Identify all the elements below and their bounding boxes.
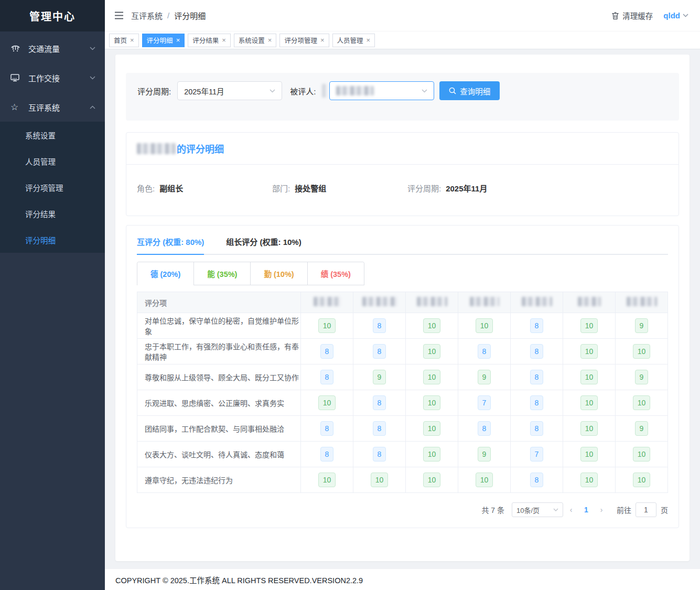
content-area: 评分周期: 2025年11月 被评人: (105, 49, 700, 569)
redacted-person-name (137, 143, 176, 154)
star-icon: ☆ (10, 103, 24, 112)
sidebar-item-互评系统[interactable]: ☆互评系统 (0, 92, 105, 122)
subtab-绩 (35%)[interactable]: 绩 (35%) (307, 262, 364, 285)
score-cell: 10 (406, 364, 458, 390)
sidebar-subitem-评分结果[interactable]: 评分结果 (0, 200, 105, 227)
sidebar-subitem-系统设置[interactable]: 系统设置 (0, 122, 105, 148)
score-badge: 10 (318, 318, 336, 334)
tab-mutual-score[interactable]: 互评分 (权重: 80%) (137, 236, 204, 255)
sidebar-menu: 交通流量工作交接☆互评系统系统设置人员管理评分项管理评分结果评分明细 (0, 31, 105, 590)
chevron-up-icon (90, 105, 95, 109)
tag-系统设置[interactable]: 系统设置× (234, 34, 277, 47)
table-header-row: 评分项 (137, 292, 668, 313)
tag-label: 评分明细 (147, 35, 173, 45)
user-dropdown[interactable]: qldd (663, 11, 688, 20)
search-detail-button[interactable]: 查询明细 (439, 81, 500, 100)
current-page[interactable]: 1 (579, 506, 594, 514)
score-cell: 10 (563, 416, 616, 442)
sidebar-item-工作交接[interactable]: 工作交接 (0, 63, 105, 92)
score-badge: 8 (530, 473, 544, 488)
close-icon[interactable]: × (320, 37, 325, 44)
rater-column-header (301, 292, 353, 313)
score-badge: 10 (423, 395, 441, 411)
score-badge: 10 (423, 318, 441, 334)
score-badge: 10 (633, 473, 651, 488)
hamburger-icon[interactable] (114, 12, 124, 19)
chevron-down-icon (270, 89, 275, 93)
next-page-button[interactable]: › (594, 506, 609, 514)
rater-column-header (616, 292, 668, 313)
score-cell: 10 (563, 364, 616, 390)
score-item-label: 团结同事，工作配合默契、与同事相处融洽 (137, 416, 301, 442)
score-cell: 8 (353, 390, 406, 416)
sidebar-submenu: 系统设置人员管理评分项管理评分结果评分明细 (0, 122, 105, 253)
score-badge: 10 (476, 473, 493, 488)
score-item-label: 遵章守纪，无违法违纪行为 (137, 467, 301, 493)
prev-page-button[interactable]: ‹ (563, 506, 579, 514)
tag-label: 首页 (114, 35, 127, 45)
tag-人员管理[interactable]: 人员管理× (332, 34, 375, 47)
tag-评分明细[interactable]: 评分明细× (142, 34, 185, 47)
close-icon[interactable]: × (268, 37, 272, 44)
score-cell: 10 (563, 467, 616, 493)
rater-column-header (406, 292, 458, 313)
close-icon[interactable]: × (222, 37, 226, 44)
category-tabs: 德 (20%)能 (35%)勤 (10%)绩 (35%) (137, 262, 364, 285)
score-badge: 8 (320, 447, 334, 462)
sidebar-item-交通流量[interactable]: 交通流量 (0, 34, 105, 63)
period-info: 评分周期:2025年11月 (407, 183, 543, 194)
pagination-total: 共 7 条 (481, 505, 504, 515)
page-size-select[interactable]: 10条/页 (512, 502, 563, 517)
score-cell: 10 (301, 467, 353, 493)
score-badge: 7 (478, 395, 491, 411)
score-cell: 10 (616, 442, 668, 467)
score-cell: 10 (616, 467, 668, 493)
score-item-column-header: 评分项 (137, 292, 301, 313)
page-size-value: 10条/页 (516, 505, 540, 515)
app-root: 管理中心 交通流量工作交接☆互评系统系统设置人员管理评分项管理评分结果评分明细 … (0, 0, 700, 590)
navbar: 互评系统 / 评分明细 清理缓存 qldd (105, 0, 700, 31)
score-cell: 8 (353, 313, 406, 339)
person-select[interactable] (329, 81, 434, 100)
score-badge: 8 (530, 370, 544, 385)
close-icon[interactable]: × (176, 37, 180, 44)
score-badge: 8 (530, 344, 544, 359)
score-cell: 10 (406, 339, 458, 364)
score-badge: 8 (320, 344, 334, 359)
close-icon[interactable]: × (130, 37, 134, 44)
goto-page-input[interactable] (636, 502, 656, 517)
breadcrumb-current: 评分明细 (174, 10, 206, 21)
score-badge: 8 (530, 421, 544, 436)
score-cell: 8 (511, 467, 563, 493)
score-cell: 10 (616, 339, 668, 364)
clear-cache-button[interactable]: 清理缓存 (611, 10, 653, 21)
redacted-rater-name (627, 297, 657, 306)
sidebar-subitem-评分项管理[interactable]: 评分项管理 (0, 174, 105, 200)
score-cell: 8 (511, 390, 563, 416)
close-icon[interactable]: × (367, 37, 371, 44)
score-badge: 8 (530, 318, 544, 334)
score-badge: 10 (423, 421, 441, 436)
tag-首页[interactable]: 首页× (109, 34, 139, 47)
subtab-能 (35%)[interactable]: 能 (35%) (193, 262, 250, 285)
subtab-勤 (10%)[interactable]: 勤 (10%) (250, 262, 307, 285)
chevron-down-icon (422, 89, 427, 93)
redacted-rater-name (362, 297, 397, 306)
score-item-label: 对单位忠诚，保守单位的秘密，自觉维护单位形象 (137, 313, 301, 339)
sidebar-subitem-人员管理[interactable]: 人员管理 (0, 148, 105, 174)
sidebar-subitem-评分明细[interactable]: 评分明细 (0, 227, 105, 253)
tag-评分项管理[interactable]: 评分项管理× (279, 34, 329, 47)
table-row: 乐观进取、思虑缜密、公正廉明、求真务实10810781010 (137, 390, 668, 416)
score-badge: 9 (373, 370, 386, 385)
score-badge: 10 (476, 318, 493, 334)
subtab-德 (20%)[interactable]: 德 (20%) (137, 262, 193, 285)
copyright-text: COPYRIGHT © 2025.工作系统 ALL RIGHTS RESERVE… (115, 574, 363, 585)
tab-leader-score[interactable]: 组长评分 (权重: 10%) (226, 236, 301, 255)
score-item-label: 仪表大方、谈吐文明、待人真诚、态度和蔼 (137, 442, 301, 467)
table-row: 对单位忠诚，保守单位的秘密，自觉维护单位形象10810108109 (137, 313, 668, 339)
breadcrumb-item[interactable]: 互评系统 (131, 10, 163, 21)
period-select[interactable]: 2025年11月 (177, 81, 282, 100)
tag-评分结果[interactable]: 评分结果× (188, 34, 231, 47)
score-badge: 8 (373, 421, 386, 436)
detail-card-title: 的评分明细 (137, 142, 668, 155)
